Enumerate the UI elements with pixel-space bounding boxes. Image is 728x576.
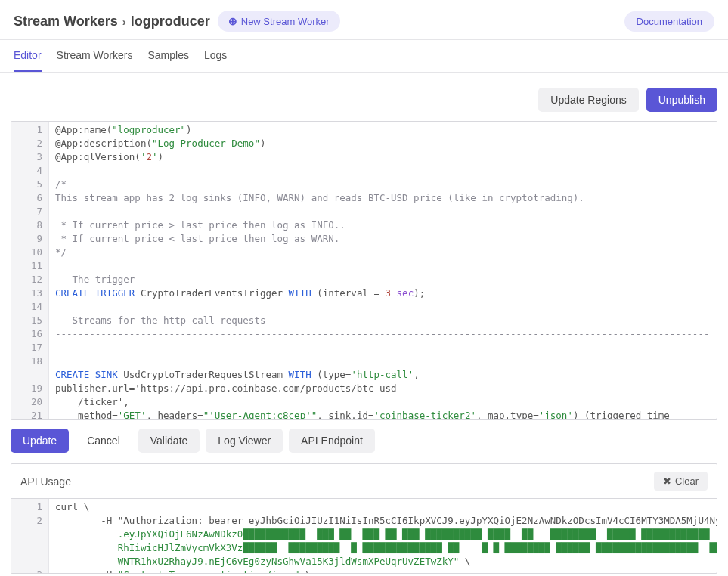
- code-editor[interactable]: 1234567891011121314151617181920212223242…: [11, 121, 717, 420]
- tab-samples[interactable]: Samples: [147, 40, 188, 72]
- documentation-button[interactable]: Documentation: [624, 11, 714, 32]
- page-header: Stream Workers › logproducer ⊕ New Strea…: [0, 0, 728, 40]
- x-icon: ✖: [663, 475, 671, 487]
- update-button[interactable]: Update: [11, 429, 69, 453]
- clear-label: Clear: [675, 475, 699, 487]
- tab-logs[interactable]: Logs: [204, 40, 227, 72]
- update-regions-button[interactable]: Update Regions: [538, 88, 638, 112]
- plus-circle-icon: ⊕: [228, 15, 237, 27]
- api-usage-title: API Usage: [20, 475, 71, 488]
- log-viewer-button[interactable]: Log Viewer: [206, 429, 283, 453]
- editor-code[interactable]: @App:name("logproducer")@App:description…: [49, 122, 717, 419]
- breadcrumb-parent[interactable]: Stream Workers: [14, 14, 118, 29]
- chevron-right-icon: ›: [122, 15, 126, 28]
- validate-button[interactable]: Validate: [138, 429, 200, 453]
- breadcrumb-current: logproducer: [131, 14, 210, 29]
- api-endpoint-button[interactable]: API Endpoint: [289, 429, 375, 453]
- tab-bar: Editor Stream Workers Samples Logs: [0, 40, 728, 73]
- api-usage-box[interactable]: 1234 curl \ -H "Authorization: bearer ey…: [11, 498, 717, 574]
- cancel-button[interactable]: Cancel: [75, 429, 132, 453]
- tab-editor[interactable]: Editor: [14, 40, 42, 72]
- new-stream-worker-button[interactable]: ⊕ New Stream Worker: [218, 11, 340, 32]
- api-gutter: 1234: [11, 499, 49, 573]
- editor-gutter: 1234567891011121314151617181920212223242…: [11, 122, 49, 419]
- clear-button[interactable]: ✖ Clear: [654, 472, 708, 491]
- api-code[interactable]: curl \ -H "Authorization: bearer eyJhbGc…: [49, 499, 717, 574]
- breadcrumb: Stream Workers › logproducer: [14, 14, 210, 29]
- tab-stream-workers[interactable]: Stream Workers: [57, 40, 133, 72]
- unpublish-button[interactable]: Unpublish: [646, 88, 717, 112]
- new-stream-worker-label: New Stream Worker: [241, 16, 330, 27]
- api-usage-header: API Usage ✖ Clear: [11, 463, 717, 498]
